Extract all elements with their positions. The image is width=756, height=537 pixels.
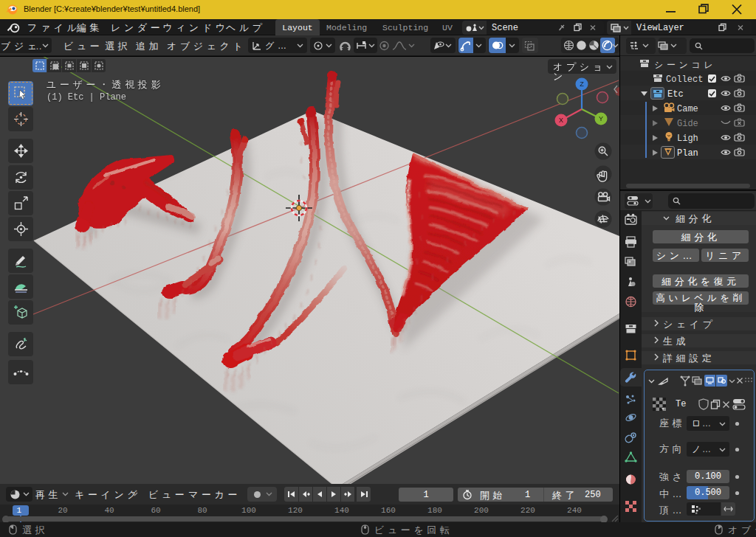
svg-text:Y: Y <box>599 115 603 122</box>
svg-text:X: X <box>559 117 563 124</box>
svg-text:Z: Z <box>580 80 584 88</box>
